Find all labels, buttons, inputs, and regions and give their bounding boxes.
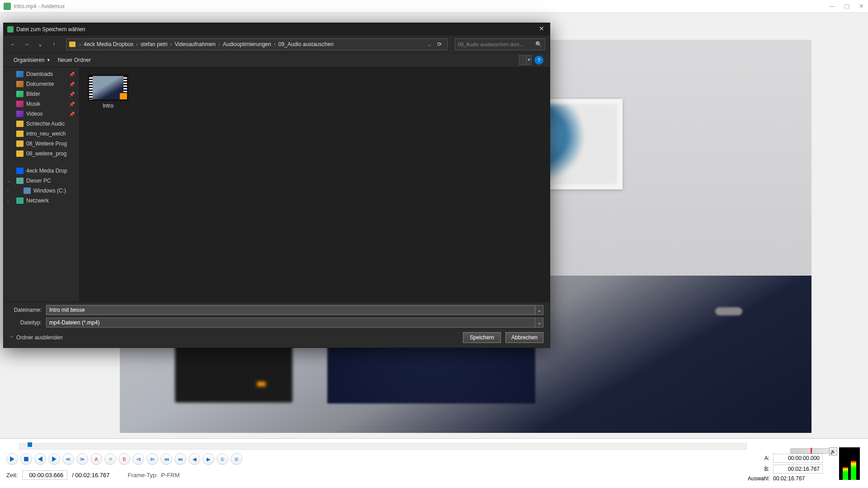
time-input[interactable]: [22, 470, 67, 480]
next-frame-button[interactable]: [48, 453, 60, 465]
volume-slider[interactable]: [790, 448, 831, 454]
speaker-icon[interactable]: 🔊: [829, 447, 837, 455]
marker-a-label: A:: [748, 455, 773, 461]
selection-value: 00:02:16.767: [773, 475, 805, 482]
sidebar-item[interactable]: ›Windows (C:): [4, 186, 79, 196]
organize-button[interactable]: Organisieren▼: [10, 55, 54, 65]
view-toggle[interactable]: ▼: [519, 55, 532, 65]
goto-end-button[interactable]: ⏭: [175, 453, 186, 465]
dialog-close-button[interactable]: ✕: [537, 25, 546, 34]
sidebar-item[interactable]: 08_Weitere Prog: [4, 139, 79, 149]
app-titlebar: Intro.mp4 - Avidemux — ▢ ✕: [0, 0, 868, 13]
sidebar-item[interactable]: Videos📌: [4, 109, 79, 119]
file-label: Intro: [87, 103, 129, 109]
minimize-button[interactable]: —: [829, 3, 835, 9]
dialog-titlebar[interactable]: Datei zum Speichern wählen ✕: [4, 23, 550, 36]
dialog-nav: ← → ⌄ ↑ › 4eck Media Dropbox› stefan pet…: [4, 36, 550, 53]
nav-recent-button[interactable]: ⌄: [35, 39, 45, 49]
marker-2-button[interactable]: ②: [231, 453, 242, 465]
save-button[interactable]: Speichern: [463, 332, 501, 343]
marker-b-value: 00:02:16.767: [773, 465, 823, 474]
bottom-panel: ≪ ≫ A ✕ B ⧏ ⧐ ⏮ ⏭ ◀ ▶ ① ② Zeit: / 00:02:…: [0, 438, 868, 488]
breadcrumb-item[interactable]: 4eck Media Dropbox: [82, 41, 135, 47]
marker-a-value: 00:00:00.000: [773, 454, 823, 463]
file-list[interactable]: Intro: [80, 67, 550, 302]
svg-rect-0: [24, 457, 28, 461]
prev-cut-button[interactable]: ⧏: [132, 453, 144, 465]
search-icon: 🔍: [535, 41, 542, 47]
app-icon: [4, 3, 11, 10]
play-button[interactable]: [6, 453, 18, 465]
next-cut-button[interactable]: ⧐: [146, 453, 158, 465]
breadcrumb-item[interactable]: Audiooptimierungen: [221, 41, 273, 47]
filetype-select[interactable]: mp4-Dateien (*.mp4): [46, 318, 535, 328]
app-title: Intro.mp4 - Avidemux: [14, 3, 829, 9]
dialog-icon: [7, 26, 14, 33]
nav-up-button[interactable]: ↑: [49, 39, 59, 49]
sidebar-item[interactable]: ⌄Dieser PC: [4, 176, 79, 186]
filetype-dropdown[interactable]: ⌄: [535, 318, 543, 328]
breadcrumb-item[interactable]: 09_Audio austauschen: [277, 41, 335, 47]
search-input[interactable]: 09_Audio austauschen durc... 🔍: [455, 38, 545, 50]
marker-1-button[interactable]: ①: [217, 453, 228, 465]
selection-label: Auswahl:: [748, 475, 773, 482]
dialog-footer: Dateiname: ⌄ Dateityp: mp4-Dateien (*.mp…: [4, 302, 550, 347]
dialog-title: Datei zum Speichern wählen: [16, 26, 537, 33]
new-folder-button[interactable]: Neuer Ordner: [54, 55, 94, 65]
filename-label: Dateiname:: [10, 307, 46, 313]
set-b-button[interactable]: B: [118, 453, 130, 465]
vu-meter: [839, 447, 860, 480]
set-a-button[interactable]: A: [90, 453, 102, 465]
next-keyframe-button[interactable]: ≫: [76, 453, 88, 465]
breadcrumb-item[interactable]: stefan petri: [139, 41, 169, 47]
help-button[interactable]: ?: [534, 56, 543, 65]
frame-type-label: Frame-Typ:: [127, 472, 157, 479]
sidebar: Downloads📌Dokumente📌Bilder📌Musik📌Videos📌…: [4, 67, 80, 302]
sidebar-item[interactable]: Downloads📌: [4, 69, 79, 79]
breadcrumb-dropdown[interactable]: ⌄: [425, 41, 434, 47]
sidebar-item[interactable]: ›4eck Media Drop: [4, 166, 79, 176]
folder-icon: [69, 42, 75, 47]
sidebar-item[interactable]: ›Netzwerk: [4, 196, 79, 206]
filetype-label: Dateityp:: [10, 319, 46, 326]
time-label: Zeit:: [6, 472, 18, 479]
marker-b-label: B:: [748, 466, 773, 472]
sidebar-item[interactable]: intro_neu_weich: [4, 129, 79, 139]
dialog-toolbar: Organisieren▼ Neuer Ordner ▼ ?: [4, 53, 550, 67]
prev-frame-button[interactable]: [34, 453, 46, 465]
filename-input[interactable]: [46, 305, 535, 315]
sidebar-item[interactable]: Schlechte Audic: [4, 119, 79, 129]
file-item[interactable]: Intro: [87, 75, 129, 109]
breadcrumb[interactable]: › 4eck Media Dropbox› stefan petri› Vide…: [66, 38, 448, 50]
nav-forward-button[interactable]: →: [22, 39, 32, 49]
sidebar-item[interactable]: Dokumente📌: [4, 79, 79, 89]
nav-back-button[interactable]: ←: [8, 39, 18, 49]
prev-black-button[interactable]: ◀: [189, 453, 200, 465]
next-black-button[interactable]: ▶: [203, 453, 214, 465]
hide-folders-toggle[interactable]: ⌃Ordner ausblenden: [10, 334, 63, 341]
maximize-button[interactable]: ▢: [844, 3, 850, 9]
frame-type-value: P-FRM: [161, 472, 179, 479]
close-button[interactable]: ✕: [858, 3, 864, 9]
search-placeholder: 09_Audio austauschen durc...: [458, 42, 535, 47]
timeline-marker[interactable]: [28, 442, 32, 447]
goto-start-button[interactable]: ⏮: [160, 453, 172, 465]
stop-button[interactable]: [20, 453, 32, 465]
sidebar-item[interactable]: 08_weitere_prog: [4, 149, 79, 159]
prev-keyframe-button[interactable]: ≪: [62, 453, 74, 465]
resize-grip[interactable]: ⋰: [544, 342, 549, 347]
refresh-button[interactable]: ⟳: [434, 41, 444, 47]
sidebar-item[interactable]: Bilder📌: [4, 89, 79, 99]
filename-dropdown[interactable]: ⌄: [535, 305, 543, 315]
cancel-button[interactable]: Abbrechen: [505, 332, 543, 343]
timeline[interactable]: [19, 443, 747, 450]
delete-button[interactable]: ✕: [104, 453, 116, 465]
ab-panel: A:00:00:00.000 B:00:02:16.767 Auswahl:00…: [748, 454, 823, 483]
sidebar-item[interactable]: Musik📌: [4, 99, 79, 109]
duration-label: / 00:02:16.767: [72, 472, 109, 479]
breadcrumb-item[interactable]: Videoaufnahmen: [173, 41, 217, 47]
main-area: ≪ ≫ A ✕ B ⧏ ⧐ ⏮ ⏭ ◀ ▶ ① ② Zeit: / 00:02:…: [0, 13, 868, 488]
save-dialog: Datei zum Speichern wählen ✕ ← → ⌄ ↑ › 4…: [3, 23, 550, 348]
